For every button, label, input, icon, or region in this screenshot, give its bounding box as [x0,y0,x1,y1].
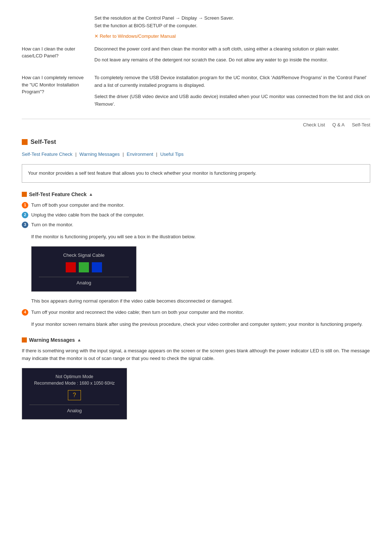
signal-square-green [79,262,89,272]
signal-squares [39,262,129,272]
warning-box-label: Analog [29,405,119,413]
step-4-list: 4 Turn off your monitor and reconnect th… [22,309,370,316]
warning-messages-title: Warning Messages [29,337,75,343]
step-2-text: Unplug the video cable from the back of … [31,211,370,219]
faq-question-empty [22,15,94,39]
nav-tab-checklist[interactable]: Check List [303,122,325,127]
step-4: 4 Turn off your monitor and reconnect th… [22,309,370,316]
warning-box: Not Optimum Mode Recommended Mode : 1680… [22,368,127,420]
step-2: 2 Unplug the video cable from the back o… [22,211,370,219]
sub-nav-useful-tips[interactable]: Useful Tips [160,151,183,157]
nav-tab-qa[interactable]: Q & A [332,122,344,127]
sub-nav-feature-check[interactable]: Self-Test Feature Check [22,151,72,157]
faq-answers-resolution: Set the resolution at the Control Panel … [94,15,370,39]
info-box: Your monitor provides a self test featur… [22,164,370,183]
step-1: 1 Turn off both your computer and the mo… [22,202,370,209]
faq-row-clean: How can I clean the outer case/LCD Panel… [22,45,370,68]
self-test-icon [22,139,28,145]
step-2-circle: 2 [22,212,28,218]
faq-question-clean: How can I clean the outer case/LCD Panel… [22,45,94,68]
faq-answers-uc-monitor: To completely remove the USB Device inst… [94,74,370,112]
sub-nav-environment[interactable]: Environment [127,151,153,157]
faq-answer-clean-1: Disconnect the power cord and then clean… [94,45,370,53]
warning-messages-header: Warning Messages ▲ [22,337,370,343]
signal-box-title: Check Signal Cable [39,252,129,258]
feature-check-icon [22,192,27,197]
feature-check-arrow: ▲ [89,192,93,197]
faq-link-windows-manual[interactable]: Refer to Windows/Computer Manual [94,33,176,39]
step-3-note: If the monitor is functioning properly, … [31,233,370,241]
faq-answer-clean-2: Do not leave any remains of the detergen… [94,56,370,64]
step-1-text: Turn off both your computer and the moni… [31,202,370,209]
step-3-circle: 3 [22,222,28,228]
sub-nav: Self-Test Feature Check | Warning Messag… [22,151,370,157]
svg-marker-1 [23,192,26,197]
feature-check-title: Self-Test Feature Check [29,191,86,197]
sub-nav-sep-3: | [156,151,157,157]
warning-description: If there is something wrong with the inp… [22,347,370,362]
warning-messages-arrow: ▲ [77,337,81,343]
faq-row-uc-monitor: How can I completely remove the "UC Moni… [22,74,370,112]
warning-box-title-line2: Recommended Mode : 1680 x 1050 60Hz [29,381,119,386]
signal-box-label: Analog [39,277,129,285]
feature-check-header: Self-Test Feature Check ▲ [22,191,370,197]
signal-box-note: This box appears during normal operation… [31,297,370,305]
step-1-circle: 1 [22,202,28,208]
warning-messages-icon [22,337,27,343]
faq-section: Set the resolution at the Control Panel … [22,15,370,112]
signal-cable-box: Check Signal Cable Analog [31,246,136,292]
top-nav-tabs: Check List Q & A Self-Test [22,119,370,127]
faq-row-resolution: Set the resolution at the Control Panel … [22,15,370,39]
sub-nav-warning-messages[interactable]: Warning Messages [79,151,120,157]
faq-answer-uc-2: Select the driver (USB video device and … [94,93,370,108]
warning-box-title-line1: Not Optimum Mode [29,374,119,379]
step-3: 3 Turn on the monitor. [22,221,370,229]
step-3-text: Turn on the monitor. [31,221,370,229]
feature-check-subsection: Self-Test Feature Check ▲ 1 Turn off bot… [22,191,370,328]
self-test-title: Self-Test [30,138,56,146]
warning-messages-subsection: Warning Messages ▲ If there is something… [22,337,370,420]
sub-nav-sep-1: | [75,151,76,157]
step-4-text: Turn off your monitor and reconnect the … [31,309,370,316]
signal-square-blue [92,262,102,272]
svg-marker-2 [23,338,26,342]
step-4-note: If your monitor screen remains blank aft… [31,321,370,328]
faq-answers-clean: Disconnect the power cord and then clean… [94,45,370,68]
faq-answer-resolution-1: Set the resolution at the Control Panel … [94,15,370,30]
faq-question-uc-monitor: How can I completely remove the "UC Moni… [22,74,94,112]
nav-tab-selftest[interactable]: Self-Test [352,122,370,127]
faq-answer-uc-1: To completely remove the USB Device inst… [94,74,370,89]
self-test-header: Self-Test [22,138,370,146]
steps-list: 1 Turn off both your computer and the mo… [22,202,370,228]
svg-marker-0 [23,140,27,144]
sub-nav-sep-2: | [123,151,124,157]
warning-question-mark: ? [68,390,81,400]
self-test-section: Self-Test Self-Test Feature Check | Warn… [22,138,370,420]
step-4-circle: 4 [22,309,28,316]
signal-square-red [66,262,76,272]
